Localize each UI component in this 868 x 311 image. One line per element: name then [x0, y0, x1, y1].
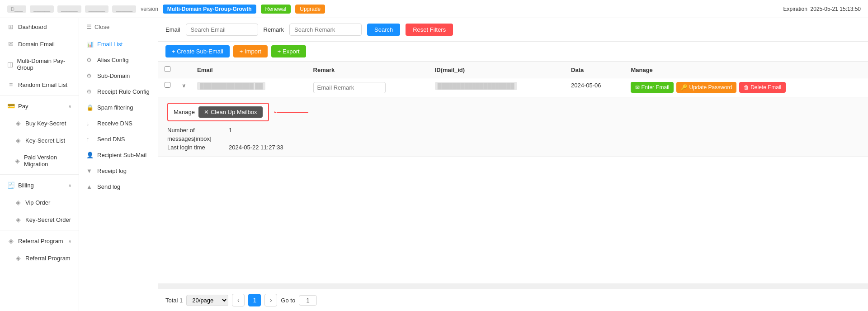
select-all-checkbox[interactable] [165, 66, 170, 72]
sidebar-item-domain-email[interactable]: ✉ Domain Email [0, 35, 79, 53]
email-list-icon: 📊 [86, 41, 94, 48]
topbar-domain: D___ ______ ______ ______ ______ [7, 5, 136, 13]
remark-search-input[interactable] [289, 24, 362, 36]
sub-sidebar-label-send-log: Send log [97, 183, 120, 190]
key-list-icon: ◈ [14, 137, 22, 144]
last-login-label: Last login time [167, 144, 226, 151]
sub-sidebar-receipt-rule[interactable]: ⚙ Receipt Rule Config [79, 84, 158, 100]
sidebar-label-domain-email: Domain Email [18, 41, 55, 48]
sub-sidebar-receive-dns[interactable]: ↓ Receive DNS [79, 115, 158, 131]
number-of-value: 1 [229, 127, 232, 134]
pay-chevron: ∧ [68, 104, 71, 109]
renewal-btn[interactable]: Renewal [261, 5, 291, 14]
sidebar-item-referral[interactable]: ◈ Referral Program ∧ [0, 232, 79, 249]
goto-input[interactable] [299, 295, 317, 306]
domain-badge-4: ______ [85, 5, 109, 13]
referral-chevron: ∧ [68, 239, 71, 244]
email-remark-input[interactable] [313, 82, 386, 93]
export-button[interactable]: + Export [271, 45, 306, 57]
row-email-cell: ██████████████ ██ [192, 78, 308, 97]
trash-icon: 🗑 [744, 84, 749, 91]
domain-email-icon: ✉ [7, 40, 14, 48]
pagination: Total 1 20/page 50/page 100/page ‹ 1 › G… [158, 289, 868, 311]
sidebar-item-billing[interactable]: 🧾 Billing ∧ [0, 177, 79, 194]
arrow-container [274, 105, 311, 119]
sidebar-item-paid-migration[interactable]: ◈ Paid Version Migration [0, 149, 79, 172]
filters-bar: Email Remark Search Reset Filters [158, 18, 868, 42]
reset-button[interactable]: Reset Filters [406, 24, 453, 36]
sidebar-item-multi-domain[interactable]: ◫ Multi-Domain Pay-Group [0, 53, 79, 76]
sidebar-item-random-email[interactable]: ≡ Random Email List [0, 76, 79, 93]
email-search-input[interactable] [186, 24, 258, 36]
billing-icon: 🧾 [7, 182, 14, 189]
send-dns-icon: ↑ [86, 136, 94, 143]
cleanup-mailbox-button[interactable]: ✕ Clean Up Mailbox [198, 106, 263, 118]
sub-sidebar-alias-config[interactable]: ⚙ Alias Config [79, 52, 158, 68]
update-password-button[interactable]: 🔑 Update Password [676, 82, 736, 93]
cleanup-icon: ✕ [204, 109, 209, 115]
sub-sidebar-sub-domain[interactable]: ⚙ Sub-Domain [79, 68, 158, 84]
sidebar-label-billing: Billing [18, 182, 34, 189]
delete-email-button[interactable]: 🗑 Delete Email [739, 82, 786, 93]
sidebar-label-key-secret-order: Key-Secret Order [25, 216, 71, 223]
sub-sidebar-label-send-dns: Send DNS [97, 136, 125, 143]
last-login-row: Last login time 2024-05-22 11:27:33 [167, 144, 859, 151]
upgrade-btn[interactable]: Upgrade [295, 5, 325, 14]
enter-email-button[interactable]: ✉ Enter Email [631, 82, 674, 93]
row-checkbox[interactable] [165, 82, 170, 88]
red-arrow-svg [274, 105, 311, 119]
table-row: ∨ ██████████████ ██ ████████████████████ [158, 78, 868, 97]
sub-sidebar-receipt-log[interactable]: ▼ Receipt log [79, 163, 158, 179]
recipient-sub-icon: 👤 [86, 152, 94, 158]
sidebar-label-multi-domain: Multi-Domain Pay-Group [17, 57, 71, 71]
close-icon: ☰ [86, 24, 92, 30]
import-button[interactable]: + Import [233, 45, 268, 57]
sub-sidebar-email-list[interactable]: 📊 Email List [79, 36, 158, 52]
version-label: version [141, 6, 158, 12]
expanded-content: Manage ✕ Clean Up Mailbox [158, 97, 868, 156]
expand-arrow[interactable]: ∨ [182, 82, 186, 89]
sidebar-label-buy-key: Buy Key-Secret [25, 120, 66, 127]
close-label: Close [94, 24, 109, 30]
sidebar-label-dashboard: Dashboard [18, 24, 47, 30]
paid-migration-icon: ◈ [14, 157, 20, 164]
sidebar-item-dashboard[interactable]: ⊞ Dashboard [0, 18, 79, 35]
manage-buttons: ✉ Enter Email 🔑 Update Password 🗑 Delete [631, 82, 863, 93]
sub-sidebar-send-dns[interactable]: ↑ Send DNS [79, 131, 158, 147]
sidebar-item-pay[interactable]: 💳 Pay ∧ [0, 97, 79, 115]
sub-sidebar-recipient-sub[interactable]: 👤 Recipient Sub-Mail [79, 147, 158, 163]
sidebar-item-key-list[interactable]: ◈ Key-Secret List [0, 132, 79, 149]
info-rows: Number of 1 messages[inbox] Last login t… [167, 127, 859, 151]
search-button[interactable]: Search [367, 24, 400, 36]
plan-badge: Multi-Domain Pay-Group-Growth [163, 5, 256, 14]
per-page-select[interactable]: 20/page 50/page 100/page [186, 295, 228, 306]
mail-id-value-blurred: ████████████████████ [435, 82, 517, 90]
number-of-row: Number of 1 [167, 127, 859, 134]
row-remark-cell [308, 78, 429, 97]
pay-icon: 💳 [7, 102, 14, 110]
domain-badge-5: ______ [112, 5, 136, 13]
sidebar-item-referral-sub[interactable]: ◈ Referral Program [0, 249, 79, 267]
sub-sidebar-send-log[interactable]: ▲ Send log [79, 179, 158, 195]
receive-dns-icon: ↓ [86, 120, 94, 127]
sidebar-item-buy-key[interactable]: ◈ Buy Key-Secret [0, 115, 79, 132]
expiry-info: Expiration 2025-05-21 15:13:50 [783, 6, 861, 12]
sub-sidebar-label-receive-dns: Receive DNS [97, 120, 132, 127]
next-page-button[interactable]: › [264, 294, 277, 306]
sidebar-label-paid-migration: Paid Version Migration [24, 154, 71, 167]
receipt-log-icon: ▼ [86, 167, 94, 174]
horizontal-scrollbar[interactable] [158, 283, 868, 289]
sidebar-item-key-secret-order[interactable]: ◈ Key-Secret Order [0, 211, 79, 228]
multi-domain-icon: ◫ [7, 61, 13, 68]
create-sub-email-button[interactable]: + Create Sub-Email [165, 45, 230, 57]
sub-sidebar-label-email-list: Email List [97, 41, 123, 48]
sub-sidebar-label-receipt-rule: Receipt Rule Config [97, 88, 150, 95]
action-bar: + Create Sub-Email + Import + Export [158, 42, 868, 62]
prev-page-button[interactable]: ‹ [232, 294, 245, 306]
sub-sidebar-spam-filter[interactable]: 🔒 Spam filtering [79, 100, 158, 115]
col-data: Data [566, 62, 625, 78]
sidebar-item-vip-order[interactable]: ◈ Vip Order [0, 194, 79, 211]
page-1-button[interactable]: 1 [248, 294, 261, 306]
email-filter-label: Email [165, 26, 180, 33]
sub-sidebar-close[interactable]: ☰ Close [79, 18, 158, 36]
